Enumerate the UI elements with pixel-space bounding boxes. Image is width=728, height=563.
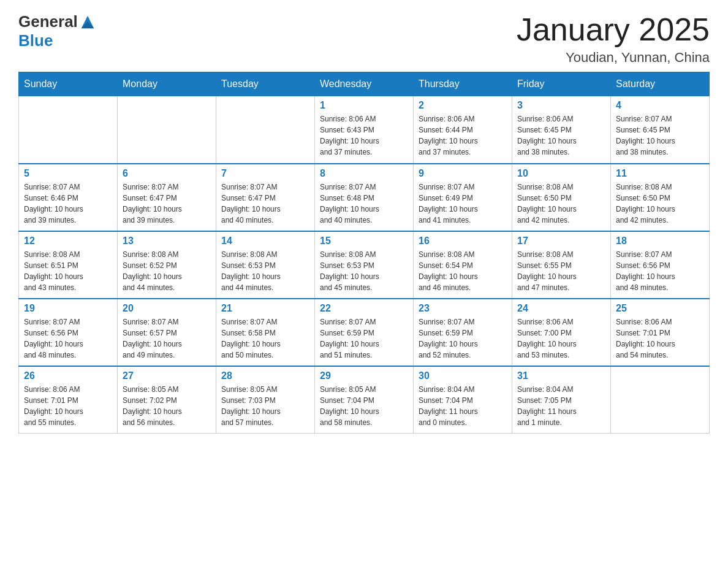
day-info: Sunrise: 8:07 AM Sunset: 6:48 PM Dayligh… xyxy=(320,182,408,226)
calendar-cell: 27Sunrise: 8:05 AM Sunset: 7:02 PM Dayli… xyxy=(118,366,216,434)
day-info: Sunrise: 8:08 AM Sunset: 6:55 PM Dayligh… xyxy=(517,249,605,293)
day-info: Sunrise: 8:07 AM Sunset: 6:45 PM Dayligh… xyxy=(616,113,704,158)
calendar-week-row: 19Sunrise: 8:07 AM Sunset: 6:56 PM Dayli… xyxy=(19,299,710,366)
day-of-week-header: Monday xyxy=(118,72,216,96)
day-number: 17 xyxy=(517,236,605,247)
day-of-week-header: Friday xyxy=(512,72,611,96)
day-of-week-header: Wednesday xyxy=(315,72,414,96)
day-info: Sunrise: 8:06 AM Sunset: 7:01 PM Dayligh… xyxy=(616,316,704,361)
day-number: 31 xyxy=(517,370,605,381)
day-number: 26 xyxy=(24,370,112,381)
day-number: 13 xyxy=(123,236,211,247)
calendar-cell: 17Sunrise: 8:08 AM Sunset: 6:55 PM Dayli… xyxy=(512,231,611,299)
calendar-cell: 14Sunrise: 8:08 AM Sunset: 6:53 PM Dayli… xyxy=(216,231,315,299)
calendar-cell: 12Sunrise: 8:08 AM Sunset: 6:51 PM Dayli… xyxy=(19,231,118,299)
calendar-cell xyxy=(611,366,710,434)
day-info: Sunrise: 8:08 AM Sunset: 6:53 PM Dayligh… xyxy=(320,249,408,293)
day-info: Sunrise: 8:08 AM Sunset: 6:51 PM Dayligh… xyxy=(24,249,112,293)
calendar-cell: 26Sunrise: 8:06 AM Sunset: 7:01 PM Dayli… xyxy=(19,366,118,434)
day-number: 15 xyxy=(320,236,408,247)
day-info: Sunrise: 8:08 AM Sunset: 6:50 PM Dayligh… xyxy=(517,182,605,226)
day-number: 28 xyxy=(221,370,309,381)
calendar-cell: 4Sunrise: 8:07 AM Sunset: 6:45 PM Daylig… xyxy=(611,96,710,164)
day-info: Sunrise: 8:08 AM Sunset: 6:52 PM Dayligh… xyxy=(123,249,211,293)
day-info: Sunrise: 8:07 AM Sunset: 6:56 PM Dayligh… xyxy=(24,316,112,361)
day-number: 25 xyxy=(616,303,704,314)
location-text: Youdian, Yunnan, China xyxy=(517,50,710,66)
calendar-cell xyxy=(118,96,216,164)
day-info: Sunrise: 8:07 AM Sunset: 6:58 PM Dayligh… xyxy=(221,316,309,361)
day-number: 24 xyxy=(517,303,605,314)
calendar-cell: 20Sunrise: 8:07 AM Sunset: 6:57 PM Dayli… xyxy=(118,299,216,366)
calendar-cell: 7Sunrise: 8:07 AM Sunset: 6:47 PM Daylig… xyxy=(216,164,315,231)
day-number: 10 xyxy=(517,168,605,179)
calendar-cell xyxy=(216,96,315,164)
logo-icon xyxy=(79,13,96,31)
day-number: 29 xyxy=(320,370,408,381)
calendar-cell: 29Sunrise: 8:05 AM Sunset: 7:04 PM Dayli… xyxy=(315,366,414,434)
calendar-week-row: 1Sunrise: 8:06 AM Sunset: 6:43 PM Daylig… xyxy=(19,96,710,164)
day-info: Sunrise: 8:07 AM Sunset: 6:57 PM Dayligh… xyxy=(123,316,211,361)
day-info: Sunrise: 8:04 AM Sunset: 7:04 PM Dayligh… xyxy=(419,384,507,428)
logo-general-text: General xyxy=(18,12,78,31)
calendar-cell: 16Sunrise: 8:08 AM Sunset: 6:54 PM Dayli… xyxy=(414,231,512,299)
day-number: 3 xyxy=(517,100,605,111)
day-number: 22 xyxy=(320,303,408,314)
calendar-cell: 15Sunrise: 8:08 AM Sunset: 6:53 PM Dayli… xyxy=(315,231,414,299)
day-info: Sunrise: 8:07 AM Sunset: 6:59 PM Dayligh… xyxy=(419,316,507,361)
day-info: Sunrise: 8:06 AM Sunset: 7:00 PM Dayligh… xyxy=(517,316,605,361)
day-number: 7 xyxy=(221,168,309,179)
day-number: 18 xyxy=(616,236,704,247)
logo-blue-text: Blue xyxy=(18,31,53,50)
page-header: General Blue January 2025 Youdian, Yunna… xyxy=(18,12,710,66)
day-number: 16 xyxy=(419,236,507,247)
day-of-week-header: Tuesday xyxy=(216,72,315,96)
day-info: Sunrise: 8:06 AM Sunset: 6:43 PM Dayligh… xyxy=(320,113,408,158)
day-info: Sunrise: 8:07 AM Sunset: 6:47 PM Dayligh… xyxy=(221,182,309,226)
day-info: Sunrise: 8:07 AM Sunset: 6:46 PM Dayligh… xyxy=(24,182,112,226)
day-number: 14 xyxy=(221,236,309,247)
day-number: 30 xyxy=(419,370,507,381)
title-section: January 2025 Youdian, Yunnan, China xyxy=(517,12,710,66)
calendar-cell: 21Sunrise: 8:07 AM Sunset: 6:58 PM Dayli… xyxy=(216,299,315,366)
day-info: Sunrise: 8:07 AM Sunset: 6:47 PM Dayligh… xyxy=(123,182,211,226)
calendar-cell: 5Sunrise: 8:07 AM Sunset: 6:46 PM Daylig… xyxy=(19,164,118,231)
calendar-cell: 11Sunrise: 8:08 AM Sunset: 6:50 PM Dayli… xyxy=(611,164,710,231)
calendar-cell: 3Sunrise: 8:06 AM Sunset: 6:45 PM Daylig… xyxy=(512,96,611,164)
calendar-week-row: 26Sunrise: 8:06 AM Sunset: 7:01 PM Dayli… xyxy=(19,366,710,434)
day-info: Sunrise: 8:08 AM Sunset: 6:50 PM Dayligh… xyxy=(616,182,704,226)
day-info: Sunrise: 8:06 AM Sunset: 6:44 PM Dayligh… xyxy=(419,113,507,158)
calendar-header-row: SundayMondayTuesdayWednesdayThursdayFrid… xyxy=(19,72,710,96)
day-info: Sunrise: 8:07 AM Sunset: 6:59 PM Dayligh… xyxy=(320,316,408,361)
day-number: 11 xyxy=(616,168,704,179)
calendar-cell: 8Sunrise: 8:07 AM Sunset: 6:48 PM Daylig… xyxy=(315,164,414,231)
day-of-week-header: Saturday xyxy=(611,72,710,96)
day-number: 20 xyxy=(123,303,211,314)
calendar-cell: 25Sunrise: 8:06 AM Sunset: 7:01 PM Dayli… xyxy=(611,299,710,366)
day-info: Sunrise: 8:06 AM Sunset: 6:45 PM Dayligh… xyxy=(517,113,605,158)
day-number: 2 xyxy=(419,100,507,111)
calendar-cell: 30Sunrise: 8:04 AM Sunset: 7:04 PM Dayli… xyxy=(414,366,512,434)
calendar-week-row: 5Sunrise: 8:07 AM Sunset: 6:46 PM Daylig… xyxy=(19,164,710,231)
calendar-cell: 31Sunrise: 8:04 AM Sunset: 7:05 PM Dayli… xyxy=(512,366,611,434)
calendar-cell: 13Sunrise: 8:08 AM Sunset: 6:52 PM Dayli… xyxy=(118,231,216,299)
day-number: 8 xyxy=(320,168,408,179)
day-info: Sunrise: 8:05 AM Sunset: 7:03 PM Dayligh… xyxy=(221,384,309,428)
day-number: 27 xyxy=(123,370,211,381)
day-number: 21 xyxy=(221,303,309,314)
calendar-cell: 10Sunrise: 8:08 AM Sunset: 6:50 PM Dayli… xyxy=(512,164,611,231)
day-info: Sunrise: 8:08 AM Sunset: 6:54 PM Dayligh… xyxy=(419,249,507,293)
day-number: 19 xyxy=(24,303,112,314)
calendar-cell: 18Sunrise: 8:07 AM Sunset: 6:56 PM Dayli… xyxy=(611,231,710,299)
calendar-cell: 6Sunrise: 8:07 AM Sunset: 6:47 PM Daylig… xyxy=(118,164,216,231)
day-number: 23 xyxy=(419,303,507,314)
calendar-cell: 2Sunrise: 8:06 AM Sunset: 6:44 PM Daylig… xyxy=(414,96,512,164)
calendar-cell: 23Sunrise: 8:07 AM Sunset: 6:59 PM Dayli… xyxy=(414,299,512,366)
calendar-table: SundayMondayTuesdayWednesdayThursdayFrid… xyxy=(18,72,710,434)
day-of-week-header: Sunday xyxy=(19,72,118,96)
calendar-cell xyxy=(19,96,118,164)
calendar-week-row: 12Sunrise: 8:08 AM Sunset: 6:51 PM Dayli… xyxy=(19,231,710,299)
calendar-cell: 1Sunrise: 8:06 AM Sunset: 6:43 PM Daylig… xyxy=(315,96,414,164)
day-number: 4 xyxy=(616,100,704,111)
day-number: 1 xyxy=(320,100,408,111)
